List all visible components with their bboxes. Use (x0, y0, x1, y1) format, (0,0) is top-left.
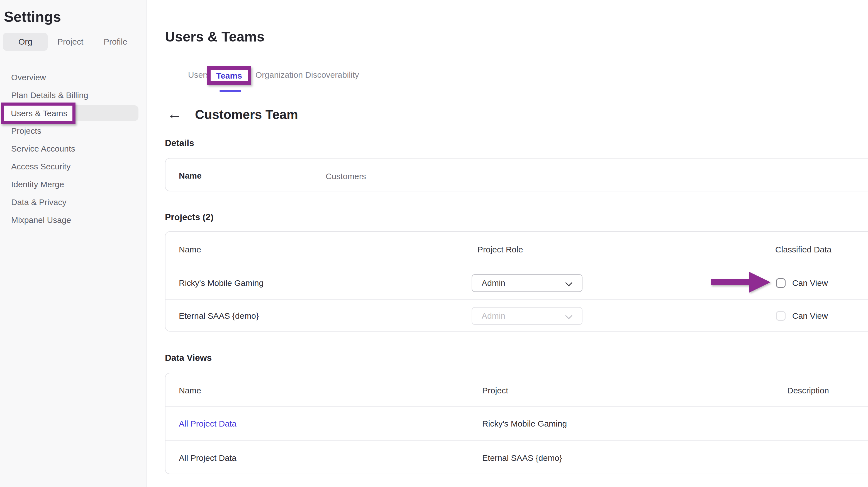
tab-teams[interactable]: Teams (216, 71, 242, 81)
column-header-classified-data: Classified Data (775, 245, 832, 255)
can-view-label: Can View (792, 311, 828, 321)
annotation-box-teams-tab[interactable]: Teams (207, 66, 251, 85)
data-view-project: Ricky's Mobile Gaming (482, 419, 567, 429)
data-view-name[interactable]: All Project Data (179, 453, 237, 463)
column-header-project-role: Project Role (477, 245, 523, 255)
chevron-down-icon (565, 279, 572, 286)
details-name-label: Name (179, 171, 202, 181)
sidebar-item-access-security[interactable]: Access Security (0, 158, 147, 176)
details-heading: Details (165, 138, 194, 148)
settings-sidebar: Settings Org Project Profile Overview Pl… (0, 0, 147, 487)
annotation-arrow (711, 272, 771, 293)
data-views-header-row: Name Project Description (165, 373, 868, 407)
tabs-divider (165, 92, 868, 92)
projects-heading: Projects (2) (165, 212, 213, 222)
tab-users[interactable]: Users (188, 70, 210, 80)
scope-tab-project[interactable]: Project (57, 33, 83, 51)
sidebar-item-service-accounts[interactable]: Service Accounts (0, 140, 147, 158)
project-name: Ricky's Mobile Gaming (179, 278, 264, 288)
data-views-table: Name Project Description All Project Dat… (165, 373, 868, 474)
settings-page: Settings Org Project Profile Overview Pl… (0, 0, 868, 487)
sidebar-item-projects[interactable]: Projects (0, 122, 147, 140)
sidebar-item-data-privacy[interactable]: Data & Privacy (0, 193, 147, 211)
active-tab-underline (219, 90, 241, 92)
page-title: Users & Teams (165, 29, 265, 44)
project-role-select[interactable]: Admin (472, 274, 583, 292)
details-name-value: Customers (326, 171, 366, 181)
scope-tab-org[interactable]: Org (3, 33, 48, 51)
data-views-heading: Data Views (165, 353, 212, 363)
sidebar-item-plan-details-billing[interactable]: Plan Details & Billing (0, 86, 147, 104)
column-header-name: Name (179, 386, 201, 396)
details-card: Name Customers (165, 158, 868, 191)
table-row-eternal: Eternal SAAS {demo} Admin Can View (165, 300, 868, 332)
chevron-down-icon (565, 312, 572, 319)
data-view-link[interactable]: All Project Data (179, 419, 237, 429)
project-role-select-disabled: Admin (472, 307, 583, 325)
can-view-label: Can View (792, 278, 828, 288)
sidebar-title: Settings (4, 8, 61, 25)
tab-organization-discoverability[interactable]: Organization Discoverability (255, 70, 359, 80)
team-title: Customers Team (195, 107, 298, 122)
annotation-box-users-teams: Users & Teams (1, 102, 75, 124)
project-name: Eternal SAAS {demo} (179, 311, 259, 321)
sidebar-item-mixpanel-usage[interactable]: Mixpanel Usage (0, 211, 147, 229)
scope-tab-profile[interactable]: Profile (104, 33, 127, 51)
sidebar-item-overview[interactable]: Overview (0, 68, 147, 86)
can-view-checkbox[interactable] (776, 311, 785, 321)
table-row-all-project-data-1: All Project Data Ricky's Mobile Gaming (165, 407, 868, 441)
can-view-checkbox[interactable] (776, 278, 785, 288)
table-row-all-project-data-2: All Project Data Eternal SAAS {demo} (165, 441, 868, 475)
column-header-name: Name (179, 245, 201, 255)
data-view-project: Eternal SAAS {demo} (482, 453, 562, 463)
column-header-description: Description (787, 386, 829, 396)
column-header-project: Project (482, 386, 508, 396)
sidebar-item-identity-merge[interactable]: Identity Merge (0, 176, 147, 193)
back-arrow-icon[interactable]: ← (167, 106, 182, 121)
projects-header-row: Name Project Role Classified Data (165, 232, 868, 266)
